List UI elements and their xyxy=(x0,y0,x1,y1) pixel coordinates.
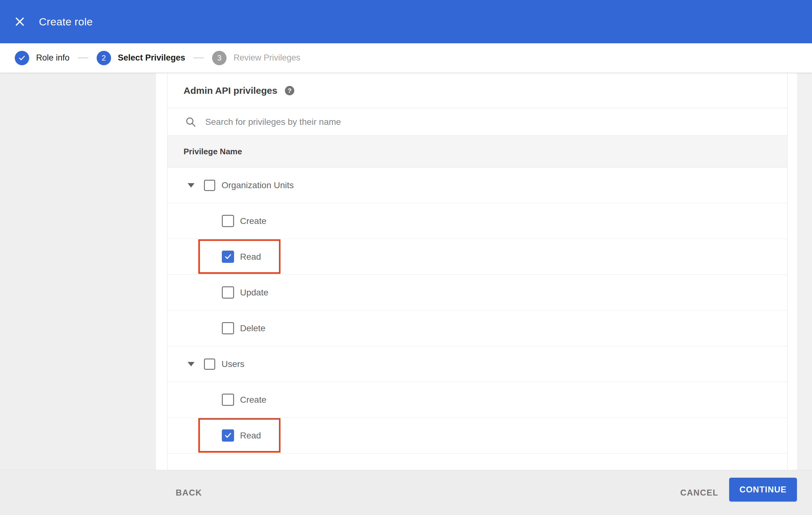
stepper: Role info 2 Select Privileges 3 Review P… xyxy=(0,43,812,73)
checkbox-unchecked[interactable] xyxy=(204,359,215,370)
back-button[interactable]: BACK xyxy=(171,485,206,501)
checkbox-unchecked[interactable] xyxy=(222,286,234,299)
table-column-header: Privilege Name xyxy=(168,136,787,168)
privilege-label: Read xyxy=(240,252,261,262)
table-row: Users xyxy=(168,346,787,382)
checkbox-checked[interactable] xyxy=(222,251,234,263)
step-number-badge: 3 xyxy=(212,51,227,65)
close-x-icon xyxy=(14,16,26,28)
step-role-info[interactable]: Role info xyxy=(15,51,70,65)
section-title-row: Admin API privileges ? xyxy=(168,73,787,108)
table-row: Organization Units xyxy=(168,168,787,203)
table-row: Read xyxy=(168,418,787,454)
step-label: Select Privileges xyxy=(118,53,185,63)
step-number-badge: 2 xyxy=(97,51,111,65)
checkbox-checked[interactable] xyxy=(222,429,234,442)
app-bar: Create role xyxy=(0,0,812,43)
step-review-privileges: 3 Review Privileges xyxy=(212,51,300,65)
privilege-label: Update xyxy=(240,287,268,298)
privilege-rows: Organization UnitsCreateReadUpdateDelete… xyxy=(168,168,787,454)
privilege-label: Delete xyxy=(240,323,265,333)
help-question-icon[interactable]: ? xyxy=(285,86,294,95)
table-row: Delete xyxy=(168,310,787,346)
highlight-box xyxy=(198,418,281,453)
checkbox-unchecked[interactable] xyxy=(222,394,234,406)
step-check-icon xyxy=(15,51,29,65)
privileges-panel: Admin API privileges ? Privilege Name Or… xyxy=(167,73,787,470)
step-select-privileges[interactable]: 2 Select Privileges xyxy=(97,51,185,65)
table-row: Read xyxy=(168,239,787,275)
section-title: Admin API privileges xyxy=(183,85,278,96)
privilege-label: Organization Units xyxy=(222,180,294,190)
privilege-label: Users xyxy=(222,359,244,369)
highlight-box xyxy=(198,239,281,274)
table-row: Create xyxy=(168,382,787,418)
privilege-label: Read xyxy=(240,431,261,441)
step-separator xyxy=(193,57,204,58)
close-button[interactable] xyxy=(9,11,31,33)
left-empty-panel xyxy=(0,73,156,470)
collapse-arrow-icon[interactable] xyxy=(187,183,195,187)
cancel-button[interactable]: CANCEL xyxy=(676,485,723,501)
privilege-search-input[interactable] xyxy=(205,117,645,127)
privilege-label: Create xyxy=(240,216,266,226)
step-label: Role info xyxy=(36,53,70,63)
checkbox-unchecked[interactable] xyxy=(204,180,215,191)
search-magnifier-icon xyxy=(185,116,196,128)
search-row xyxy=(168,108,787,136)
column-header-label: Privilege Name xyxy=(183,147,242,156)
collapse-arrow-icon[interactable] xyxy=(187,362,195,366)
dialog-body: Admin API privileges ? Privilege Name Or… xyxy=(0,73,812,470)
checkbox-unchecked[interactable] xyxy=(222,322,234,334)
checkbox-unchecked[interactable] xyxy=(222,215,234,227)
scrollbar-track[interactable] xyxy=(797,73,812,470)
dialog-title: Create role xyxy=(39,16,93,28)
table-filler xyxy=(168,454,787,470)
continue-button[interactable]: CONTINUE xyxy=(729,478,797,502)
step-label: Review Privileges xyxy=(233,53,300,63)
create-role-dialog: Create role Role info 2 Select Privilege… xyxy=(0,0,812,515)
step-separator xyxy=(78,57,88,58)
footer-bar: BACK CANCEL CONTINUE xyxy=(0,470,812,515)
table-row: Create xyxy=(168,203,787,239)
privilege-label: Create xyxy=(240,395,266,405)
table-row: Update xyxy=(168,275,787,310)
